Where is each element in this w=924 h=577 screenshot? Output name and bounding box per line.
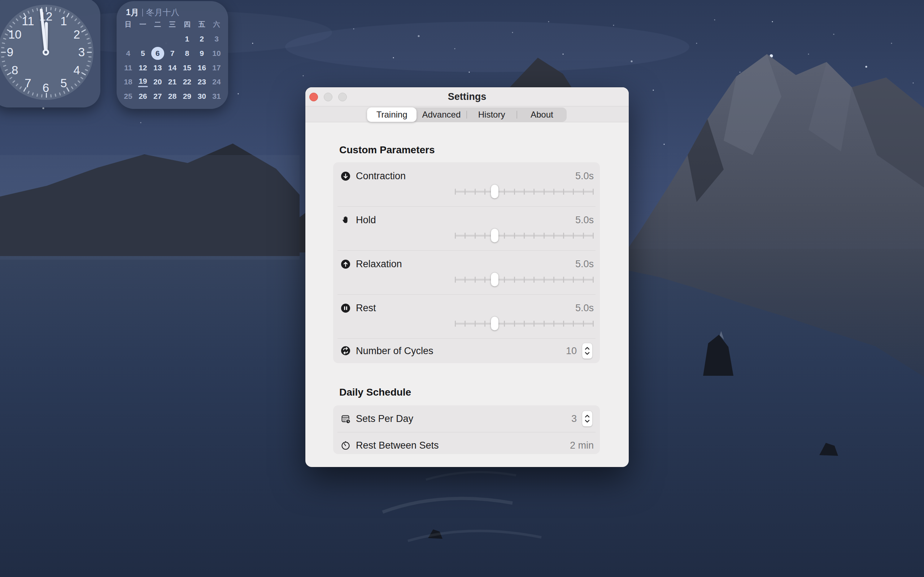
clock-widget[interactable]: 121234567891011 (0, 0, 100, 108)
slider-tick (485, 277, 485, 283)
slider-tick (563, 233, 564, 239)
slider-tick (583, 277, 584, 283)
calendar-header: 1月 冬月十八 (126, 7, 179, 18)
row-label: Rest Between Sets (356, 440, 439, 451)
calendar-day: 14 (168, 63, 176, 72)
row-value: 5.0s (575, 171, 594, 182)
slider-rest[interactable] (455, 317, 594, 330)
slider-tick (485, 321, 485, 327)
slider-tick (583, 233, 584, 239)
arrow-up-circle-icon (341, 259, 351, 269)
calendar-day: 10 (212, 49, 221, 58)
settings-row: Hold5.0s (333, 206, 600, 250)
clock-number: 10 (8, 28, 22, 42)
calendar-day: 20 (153, 77, 162, 86)
calendar-today-underline (138, 86, 148, 87)
slider-tick (544, 233, 544, 239)
row-value: 10 (566, 345, 577, 356)
calendar-day: 11 (124, 63, 132, 72)
slider-tick (553, 233, 554, 239)
slider-tick (593, 189, 594, 195)
calendar-header-divider (142, 9, 143, 16)
custom-parameters-card: Contraction5.0sHold5.0sRelaxation5.0sRes… (333, 162, 600, 363)
calendar-day: 2 (200, 35, 204, 43)
tab-training[interactable]: Training (367, 108, 417, 122)
slider-thumb[interactable] (491, 317, 498, 330)
clock-number: 11 (22, 15, 34, 28)
slider-tick (583, 321, 584, 327)
slider-tick (533, 233, 535, 239)
clock-number: 7 (24, 76, 31, 90)
tab-history[interactable]: History (467, 108, 517, 122)
stepper-number-of-cycles[interactable] (582, 343, 592, 358)
tab-advanced[interactable]: Advanced (417, 108, 466, 122)
slider-tick (485, 233, 485, 239)
calendar-day: 12 (139, 63, 147, 72)
settings-content: Custom ParametersContraction5.0sHold5.0s… (305, 122, 629, 467)
slider-thumb[interactable] (491, 185, 498, 198)
slider-tick (514, 277, 515, 283)
row-divider (338, 294, 596, 295)
settings-row: Contraction5.0s (333, 162, 600, 206)
stepper-up-icon[interactable] (585, 347, 590, 350)
slider-relaxation[interactable] (455, 272, 594, 286)
pause-circle-icon (341, 303, 351, 313)
calendar-day: 28 (168, 92, 176, 101)
section-header: Custom Parameters (339, 144, 435, 156)
slider-tick (573, 277, 574, 283)
arrow-down-circle-icon (341, 171, 351, 181)
slider-tick (475, 233, 476, 239)
calendar-day: 27 (153, 92, 162, 101)
row-value: 5.0s (575, 259, 594, 270)
row-value: 2 min (570, 440, 594, 451)
calendar-weekday-label: 一 (139, 20, 146, 29)
stepper-up-icon[interactable] (585, 415, 590, 418)
calendar-day: 22 (183, 77, 191, 86)
slider-tick (553, 189, 554, 195)
slider-thumb[interactable] (491, 229, 498, 242)
row-divider (338, 432, 596, 432)
slider-tick (563, 321, 564, 327)
calendar-day: 7 (170, 49, 175, 58)
calendar-day: 17 (212, 63, 221, 72)
slider-tick (544, 189, 544, 195)
slider-tick (455, 189, 456, 195)
slider-tick (514, 233, 515, 239)
daily-schedule-card: Sets Per Day3Rest Between Sets2 min (333, 405, 600, 454)
window-title: Settings (305, 87, 629, 106)
tab-about[interactable]: About (517, 108, 567, 122)
slider-hold[interactable] (455, 229, 594, 242)
slider-tick (573, 321, 574, 327)
slider-tick (573, 189, 574, 195)
calendar-day: 29 (183, 92, 191, 101)
slider-tick (533, 189, 535, 195)
calendar-weekday-label: 六 (213, 20, 220, 29)
clock-number: 4 (74, 63, 80, 77)
stepper-down-icon[interactable] (585, 420, 590, 423)
calendar-day: 13 (153, 63, 162, 72)
slider-thumb[interactable] (491, 272, 498, 286)
clock-number: 3 (78, 45, 85, 59)
calendar-day: 9 (200, 49, 204, 58)
row-label: Number of Cycles (356, 345, 433, 356)
slider-tick (593, 321, 594, 327)
row-value: 5.0s (575, 214, 594, 226)
calendar-widget[interactable]: 1月 冬月十八 日一二三四五六1234567891011121314151617… (116, 1, 228, 109)
window-titlebar[interactable]: Settings (305, 87, 629, 106)
calendar-day: 1 (185, 35, 189, 43)
calendar-day: 3 (215, 35, 219, 43)
stepper-sets-per-day[interactable] (582, 411, 592, 427)
slider-tick (504, 277, 505, 283)
slider-contraction[interactable] (455, 185, 594, 198)
slider-tick (485, 189, 485, 195)
slider-tick (533, 277, 535, 283)
calendar-day: 23 (197, 77, 206, 86)
slider-tick (544, 277, 544, 283)
row-label: Rest (356, 303, 376, 314)
row-label: Contraction (356, 171, 406, 182)
slider-tick (475, 277, 476, 283)
settings-row: Number of Cycles10 (333, 338, 600, 363)
section-header: Daily Schedule (339, 387, 411, 398)
stepper-down-icon[interactable] (585, 351, 590, 355)
row-value: 5.0s (575, 303, 594, 314)
